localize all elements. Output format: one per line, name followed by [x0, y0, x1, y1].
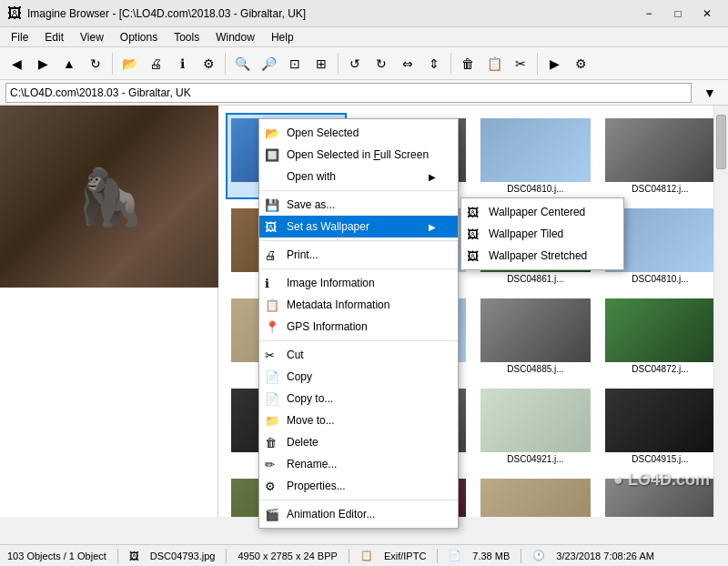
tb-rotate-r[interactable]: ↻: [369, 51, 394, 76]
thumb-3[interactable]: DSC04810.j...: [475, 113, 596, 199]
ctx-gps-info[interactable]: 📍 GPS Information: [259, 316, 458, 338]
thumb-img-12: [605, 298, 715, 362]
thumb-img-16: [605, 389, 715, 452]
status-dimensions: 4950 x 2785 x 24 BPP: [238, 551, 337, 561]
address-go[interactable]: ▼: [697, 80, 723, 106]
open-fullscreen-icon: 🔲: [265, 148, 279, 162]
thumb-img-19: [480, 479, 591, 517]
sub-wallpaper-stretched[interactable]: 🖼 Wallpaper Stretched: [461, 245, 623, 267]
title-bar-left: 🖼 Imagine Browser - [C:\LO4D.com\2018.03…: [7, 5, 306, 22]
thumb-19[interactable]: DSC04xxx.j...: [475, 473, 596, 517]
animation-editor-icon: 🎬: [265, 508, 279, 521]
ctx-open-fullscreen[interactable]: 🔲 Open Selected in Full Screen: [259, 144, 458, 166]
content-scrollbar[interactable]: [713, 106, 728, 517]
sub-wallpaper-tiled[interactable]: 🖼 Wallpaper Tiled: [461, 223, 623, 245]
print-icon: 🖨: [265, 248, 277, 262]
tb-actual[interactable]: ⊞: [308, 51, 334, 76]
save-as-icon: 💾: [265, 198, 279, 212]
address-bar: C:\LO4D.com\2018.03 - Gibraltar, UK ▼: [0, 80, 728, 106]
menu-view[interactable]: View: [73, 28, 111, 46]
tb-info[interactable]: ℹ: [169, 51, 195, 76]
ctx-rename-label: Rename...: [287, 458, 337, 470]
tb-forward[interactable]: ▶: [30, 51, 56, 76]
thumb-label-4: DSC04812.j...: [605, 184, 715, 194]
thumb-16[interactable]: DSC04915.j...: [600, 383, 721, 470]
tb-print[interactable]: 🖨: [143, 51, 168, 76]
ctx-save-as-label: Save as...: [287, 198, 335, 211]
menu-options[interactable]: Options: [113, 28, 165, 46]
tb-back[interactable]: ◀: [4, 51, 29, 76]
ctx-copy[interactable]: 📄 Copy: [259, 366, 458, 388]
open-with-arrow: ▶: [429, 172, 436, 182]
wallpaper-tiled-icon: 🖼: [467, 227, 479, 241]
thumb-11[interactable]: DSC04885.j...: [475, 293, 596, 379]
tb-props[interactable]: ⚙: [196, 51, 221, 76]
scroll-thumb[interactable]: [716, 115, 726, 169]
ctx-print-label: Print...: [287, 248, 318, 261]
thumb-4[interactable]: DSC04812.j...: [600, 113, 721, 199]
sub-wallpaper-centered-label: Wallpaper Centered: [489, 206, 585, 218]
ctx-save-as[interactable]: 💾 Save as...: [259, 194, 458, 216]
address-input[interactable]: C:\LO4D.com\2018.03 - Gibraltar, UK: [5, 83, 692, 103]
maximize-button[interactable]: □: [664, 5, 692, 23]
ctx-move-to[interactable]: 📁 Move to...: [259, 409, 458, 431]
tb-flip-v[interactable]: ⇕: [421, 51, 447, 76]
tb-settings[interactable]: ⚙: [568, 51, 593, 76]
menu-help[interactable]: Help: [264, 28, 301, 46]
ctx-rename[interactable]: ✏ Rename...: [259, 453, 458, 475]
set-wallpaper-arrow: ▶: [429, 222, 436, 232]
tb-zoom-in[interactable]: 🔍: [229, 51, 255, 76]
ctx-open-selected-label: Open Selected: [287, 126, 359, 139]
tb-slideshow[interactable]: ▶: [541, 51, 567, 76]
thumb-20[interactable]: DSC04xxx.j...: [600, 473, 721, 517]
tb-up[interactable]: ▲: [56, 51, 82, 76]
cut-icon: ✂: [265, 349, 275, 362]
status-filesize: 7.38 MB: [472, 551, 510, 561]
ctx-open-selected[interactable]: 📂 Open Selected: [259, 122, 458, 144]
status-sep3: [349, 549, 349, 563]
sub-wallpaper-stretched-label: Wallpaper Stretched: [489, 249, 587, 262]
tb-open[interactable]: 📂: [116, 51, 142, 76]
menu-window[interactable]: Window: [208, 28, 262, 46]
thumb-img-4: [605, 118, 715, 182]
ctx-copy-to[interactable]: 📄 Copy to...: [259, 388, 458, 409]
copy-to-icon: 📄: [265, 392, 279, 406]
close-button[interactable]: ✕: [693, 5, 721, 23]
status-filename: DSC04793.jpg: [150, 551, 216, 561]
ctx-image-info[interactable]: ℹ Image Information: [259, 272, 458, 294]
ctx-set-wallpaper-label: Set as Wallpaper: [287, 220, 369, 233]
tb-refresh[interactable]: ↻: [83, 51, 108, 76]
sub-wallpaper-centered[interactable]: 🖼 Wallpaper Centered: [461, 201, 623, 223]
ctx-cut[interactable]: ✂ Cut: [259, 344, 458, 366]
thumb-label-8: DSC04810.j...: [605, 274, 715, 284]
preview-animal-icon: 🦍: [76, 165, 144, 229]
tb-cut[interactable]: ✂: [508, 51, 533, 76]
ctx-delete[interactable]: 🗑 Delete: [259, 431, 458, 453]
ctx-properties[interactable]: ⚙ Properties...: [259, 475, 458, 497]
ctx-animation-editor[interactable]: 🎬 Animation Editor...: [259, 503, 458, 525]
ctx-print[interactable]: 🖨 Print...: [259, 244, 458, 266]
tb-copy[interactable]: 📋: [481, 51, 507, 76]
rename-icon: ✏: [265, 458, 275, 471]
tb-flip-h[interactable]: ⇔: [395, 51, 420, 76]
menu-file[interactable]: File: [4, 28, 35, 46]
thumb-12[interactable]: DSC04872.j...: [600, 293, 721, 379]
menu-edit[interactable]: Edit: [37, 28, 71, 46]
thumb-15[interactable]: DSC04921.j...: [475, 383, 596, 470]
menu-tools[interactable]: Tools: [167, 28, 207, 46]
tb-fit[interactable]: ⊡: [282, 51, 308, 76]
ctx-sep2: [259, 240, 458, 241]
ctx-copy-label: Copy: [287, 370, 312, 383]
title-bar: 🖼 Imagine Browser - [C:\LO4D.com\2018.03…: [0, 0, 728, 27]
minimize-button[interactable]: −: [635, 5, 662, 23]
ctx-metadata-info[interactable]: 📋 Metadata Information: [259, 294, 458, 316]
ctx-open-with[interactable]: Open with ▶: [259, 166, 458, 187]
status-sep5: [521, 549, 521, 563]
tb-rotate-l[interactable]: ↺: [342, 51, 368, 76]
status-sep4: [437, 549, 438, 563]
ctx-set-wallpaper[interactable]: 🖼 Set as Wallpaper ▶: [259, 216, 458, 238]
tb-zoom-out[interactable]: 🔎: [256, 51, 281, 76]
properties-icon: ⚙: [265, 480, 276, 493]
ctx-move-to-label: Move to...: [287, 414, 335, 427]
tb-delete[interactable]: 🗑: [455, 51, 480, 76]
